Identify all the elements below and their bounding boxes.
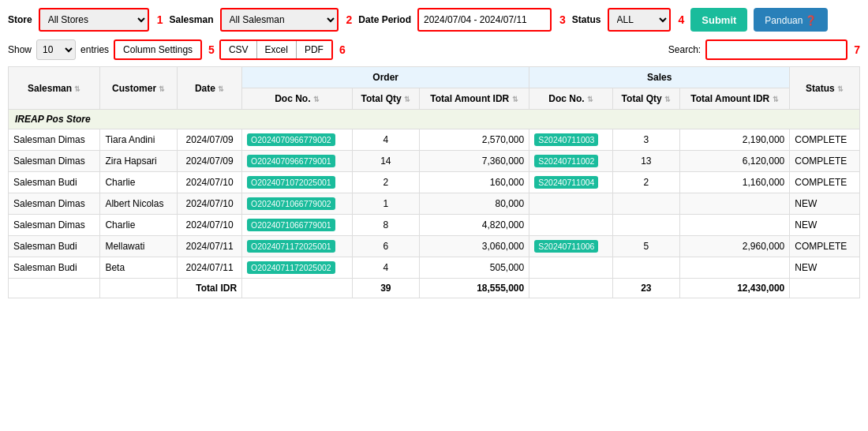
table-cell: [529, 215, 613, 236]
table-cell: 6,120,000: [679, 151, 790, 172]
sales-doc-badge: S20240711003: [534, 133, 598, 146]
table-cell: [613, 215, 680, 236]
th-salesman: Salesman ⇅: [9, 67, 100, 110]
table-cell: Mellawati: [100, 236, 178, 257]
group-header-cell: IREAP Pos Store: [9, 110, 860, 129]
sort-order-amt-icon[interactable]: ⇅: [512, 96, 518, 103]
th-order-group: Order: [242, 67, 529, 88]
table-cell: S20240711004: [529, 172, 613, 193]
table-cell: [613, 257, 680, 279]
sort-customer-icon[interactable]: ⇅: [159, 85, 165, 93]
th-order-amt: Total Amount IDR ⇅: [419, 88, 529, 110]
table-cell: O2024070966779001: [242, 151, 353, 172]
table-cell: O2024071072025001: [242, 172, 353, 193]
table-cell: NEW: [790, 193, 860, 215]
table-cell: Salesman Dimas: [9, 193, 100, 215]
table-cell: Salesman Dimas: [9, 215, 100, 236]
data-table-wrapper: Salesman ⇅ Customer ⇅ Date ⇅ Order Sales…: [8, 66, 860, 298]
sales-doc-badge: S20240711006: [534, 240, 598, 253]
table-cell: 13: [613, 151, 680, 172]
order-doc-badge: O2024070966779002: [247, 133, 335, 146]
th-date: Date ⇅: [178, 67, 242, 110]
order-doc-badge: O2024071066779002: [247, 197, 335, 210]
table-cell: Albert Nicolas: [100, 193, 178, 215]
group-header-row: IREAP Pos Store: [9, 110, 860, 129]
table-cell: Salesman Budi: [9, 257, 100, 279]
show-entries-select[interactable]: 10 25 50: [36, 39, 76, 60]
table-cell: 2,570,000: [419, 129, 529, 151]
toolbar-row: Show 10 25 50 entries Column Settings 5 …: [8, 39, 860, 60]
annotation-5: 5: [208, 43, 215, 56]
table-cell: 2,960,000: [679, 236, 790, 257]
sort-sales-qty-icon[interactable]: ⇅: [664, 96, 671, 103]
table-cell: [679, 215, 790, 236]
table-cell: 7,360,000: [419, 151, 529, 172]
column-settings-button[interactable]: Column Settings: [114, 39, 202, 60]
table-cell: 5: [613, 236, 680, 257]
total-cell: [242, 279, 353, 298]
table-cell: 3: [613, 129, 680, 151]
sort-salesman-icon[interactable]: ⇅: [74, 85, 80, 93]
th-customer: Customer ⇅: [100, 67, 178, 110]
sort-date-icon[interactable]: ⇅: [218, 85, 224, 93]
sort-sales-amt-icon[interactable]: ⇅: [773, 96, 779, 103]
total-cell: Total IDR: [178, 279, 242, 298]
table-row: Salesman DimasCharlie2024/07/10O20240710…: [9, 215, 860, 236]
sort-order-qty-icon[interactable]: ⇅: [404, 96, 410, 103]
annotation-2: 2: [346, 13, 353, 26]
submit-button[interactable]: Submit: [690, 8, 747, 32]
sort-sales-docno-icon[interactable]: ⇅: [587, 96, 593, 103]
date-period-input[interactable]: [417, 8, 552, 32]
table-cell: NEW: [790, 215, 860, 236]
table-cell: 2024/07/10: [178, 172, 242, 193]
panduan-button[interactable]: Panduan❓: [754, 8, 828, 32]
table-cell: S20240711002: [529, 151, 613, 172]
salesman-select[interactable]: All Salesman: [220, 8, 339, 32]
table-cell: 2024/07/11: [178, 257, 242, 279]
table-cell: Beta: [100, 257, 178, 279]
excel-button[interactable]: Excel: [257, 41, 297, 58]
table-cell: Tiara Andini: [100, 129, 178, 151]
table-cell: O2024070966779002: [242, 129, 353, 151]
sort-order-docno-icon[interactable]: ⇅: [313, 96, 320, 103]
th-status: Status ⇅: [790, 67, 860, 110]
table-cell: Zira Hapsari: [100, 151, 178, 172]
order-doc-badge: O2024071066779001: [247, 219, 335, 231]
status-select[interactable]: ALL COMPLETE NEW: [608, 8, 671, 32]
table-cell: 8: [352, 215, 419, 236]
table-cell: [613, 193, 680, 215]
th-sales-qty: Total Qty ⇅: [613, 88, 680, 110]
total-row: Total IDR3918,555,0002312,430,000: [9, 279, 860, 298]
th-sales-docno: Doc No. ⇅: [529, 88, 613, 110]
status-label: Status: [572, 14, 601, 25]
table-row: Salesman DimasTiara Andini2024/07/09O202…: [9, 129, 860, 151]
table-cell: 2: [352, 172, 419, 193]
pdf-button[interactable]: PDF: [297, 41, 331, 58]
order-doc-badge: O2024071072025001: [247, 176, 335, 189]
store-select[interactable]: All Stores: [39, 8, 149, 32]
table-cell: 14: [352, 151, 419, 172]
table-row: Salesman DimasZira Hapsari2024/07/09O202…: [9, 151, 860, 172]
show-label: Show: [8, 44, 32, 55]
table-cell: Salesman Dimas: [9, 129, 100, 151]
table-cell: Charlie: [100, 172, 178, 193]
csv-button[interactable]: CSV: [221, 41, 257, 58]
table-cell: O2024071172025002: [242, 257, 353, 279]
table-cell: 2024/07/10: [178, 193, 242, 215]
table-cell: 80,000: [419, 193, 529, 215]
table-cell: [529, 257, 613, 279]
table-cell: Salesman Budi: [9, 172, 100, 193]
store-label: Store: [8, 14, 32, 25]
table-cell: 2024/07/11: [178, 236, 242, 257]
total-cell: [790, 279, 860, 298]
table-cell: 2024/07/10: [178, 215, 242, 236]
total-cell: 39: [352, 279, 419, 298]
table-cell: COMPLETE: [790, 129, 860, 151]
search-input[interactable]: [705, 39, 847, 60]
table-cell: [679, 257, 790, 279]
sort-status-icon[interactable]: ⇅: [837, 85, 844, 93]
table-cell: O2024071172025001: [242, 236, 353, 257]
total-cell: [9, 279, 100, 298]
table-cell: 160,000: [419, 172, 529, 193]
entries-label: entries: [80, 44, 109, 55]
